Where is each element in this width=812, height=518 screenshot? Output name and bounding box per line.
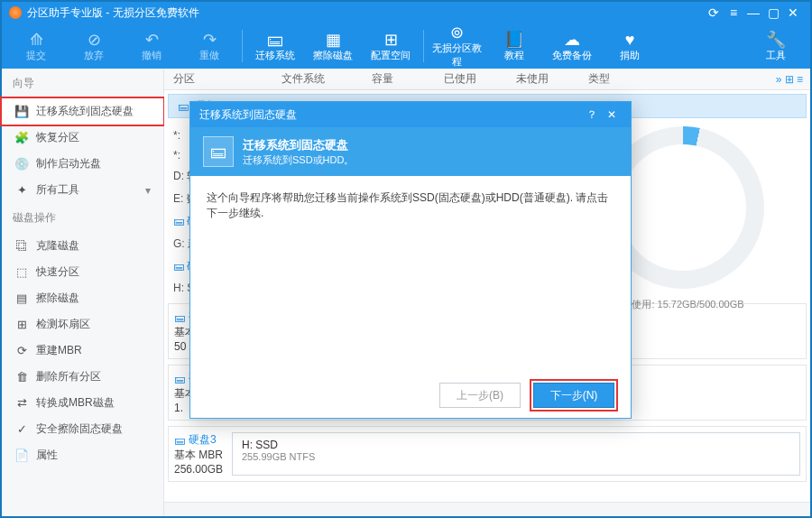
dialog-titlebar: 迁移系统到固态硬盘 ？ ✕ bbox=[190, 102, 631, 127]
dialog-banner: 🖴 迁移系统到固态硬盘 迁移系统到SSD或HDD。 bbox=[190, 127, 631, 176]
prev-button: 上一步(B) bbox=[439, 383, 521, 408]
migrate-dialog: 迁移系统到固态硬盘 ？ ✕ 🖴 迁移系统到固态硬盘 迁移系统到SSD或HDD。 … bbox=[189, 101, 632, 419]
dialog-body: 这个向导程序将帮助您迁移当前操作系统到SSD(固态硬盘)或HDD(普通硬盘). … bbox=[190, 176, 631, 373]
dialog-close-icon[interactable]: ✕ bbox=[602, 108, 622, 121]
dialog-footer: 上一步(B) 下一步(N) bbox=[190, 373, 631, 418]
help-icon[interactable]: ？ bbox=[582, 107, 602, 123]
banner-title: 迁移系统到固态硬盘 bbox=[243, 137, 354, 153]
modal-mask: 迁移系统到固态硬盘 ？ ✕ 🖴 迁移系统到固态硬盘 迁移系统到SSD或HDD。 … bbox=[0, 0, 812, 518]
next-button[interactable]: 下一步(N) bbox=[533, 383, 614, 408]
dialog-text: 这个向导程序将帮助您迁移当前操作系统到SSD(固态硬盘)或HDD(普通硬盘). … bbox=[207, 191, 608, 219]
dialog-title: 迁移系统到固态硬盘 bbox=[199, 107, 582, 123]
next-highlight: 下一步(N) bbox=[530, 379, 618, 412]
banner-subtitle: 迁移系统到SSD或HDD。 bbox=[243, 153, 354, 167]
disk-migrate-icon: 🖴 bbox=[203, 136, 234, 167]
